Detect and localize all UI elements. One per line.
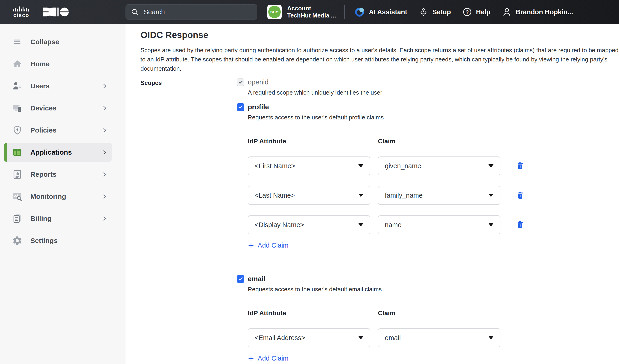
sidebar-item-settings[interactable]: Settings (0, 230, 126, 252)
topbar-divider (344, 5, 345, 19)
brand: cisco (13, 5, 126, 18)
add-claim-label: Add Claim (258, 242, 289, 249)
claim-select[interactable]: given_name (378, 156, 500, 175)
trash-icon (516, 221, 524, 229)
setup-button[interactable]: Setup (419, 7, 451, 17)
email-checkbox[interactable] (237, 275, 244, 283)
select-value: name (385, 221, 402, 229)
select-value: <Last Name> (255, 192, 295, 199)
chevron-right-icon (101, 149, 108, 155)
delete-claim-button[interactable] (516, 162, 524, 170)
claim-header: Claim (378, 138, 395, 145)
caret-down-icon (358, 194, 363, 197)
scopes-list: openid A required scope which uniquely i… (237, 78, 619, 362)
user-name-label: Brandon Hopkin... (516, 8, 573, 16)
page-description: Scopes are used by the relying party dur… (141, 46, 619, 73)
scope-openid: openid A required scope which uniquely i… (237, 78, 619, 96)
duo-badge-icon: DUO (268, 6, 281, 18)
scope-openid-label: openid (248, 78, 268, 86)
user-icon (502, 7, 512, 17)
chevron-right-icon (101, 193, 108, 200)
caret-down-icon (488, 223, 493, 226)
account-text: Account TechHut Media ... (287, 5, 336, 19)
help-button[interactable]: ? Help (462, 7, 491, 17)
sidebar-item-devices[interactable]: Devices (0, 97, 126, 119)
idp-attribute-select[interactable]: <Email Address> (248, 328, 370, 347)
sidebar-item-collapse[interactable]: Collapse (0, 31, 126, 53)
search-bar[interactable] (126, 4, 257, 20)
cisco-bars-icon (13, 5, 29, 12)
page-title: OIDC Response (141, 30, 619, 40)
caret-down-icon (358, 223, 363, 226)
users-icon (12, 81, 23, 91)
profile-claims-table: IdP Attribute Claim <First Name> given_n… (248, 138, 619, 249)
chevron-right-icon (101, 105, 108, 111)
caret-down-icon (358, 336, 363, 339)
user-menu-button[interactable]: Brandon Hopkin... (502, 7, 573, 17)
select-value: email (385, 334, 401, 342)
idp-attribute-select[interactable]: <First Name> (248, 156, 370, 175)
chevron-right-icon (101, 83, 108, 89)
scopes-label: Scopes (141, 78, 237, 362)
add-claim-button[interactable]: Add Claim (248, 355, 289, 362)
sidebar-item-label: Users (30, 82, 50, 90)
sidebar-item-label: Collapse (30, 38, 59, 46)
claim-row: <Display Name> name (248, 215, 619, 234)
trash-icon (516, 162, 524, 170)
claim-select[interactable]: name (378, 215, 500, 234)
caret-down-icon (488, 336, 493, 339)
sidebar-item-label: Reports (30, 171, 56, 178)
caret-down-icon (488, 194, 493, 197)
reports-icon (12, 169, 23, 180)
openid-checkbox (237, 79, 244, 86)
sidebar-item-label: Policies (30, 126, 56, 134)
monitoring-icon (12, 191, 23, 202)
profile-checkbox[interactable] (237, 103, 244, 111)
cisco-logo-icon: cisco (13, 5, 29, 18)
account-switcher[interactable]: DUO Account TechHut Media ... (267, 5, 336, 19)
ai-assistant-button[interactable]: AI Assistant (354, 7, 407, 17)
scope-email-label: email (248, 275, 266, 283)
caret-down-icon (488, 164, 493, 167)
sidebar: Collapse Home Users (0, 24, 126, 364)
claim-select[interactable]: family_name (378, 186, 500, 205)
help-label: Help (476, 8, 491, 16)
account-label: Account (287, 5, 336, 12)
claim-row: <First Name> given_name (248, 156, 619, 175)
applications-icon (12, 147, 23, 158)
caret-down-icon (358, 164, 363, 167)
chevron-right-icon (101, 216, 108, 222)
sidebar-item-policies[interactable]: Policies (0, 119, 126, 141)
delete-claim-button[interactable] (516, 221, 524, 229)
sidebar-item-label: Applications (30, 148, 72, 156)
sidebar-item-monitoring[interactable]: Monitoring (0, 186, 126, 208)
claim-row: <Last Name> family_name (248, 186, 619, 205)
select-value: <Display Name> (255, 221, 304, 229)
idp-attribute-select[interactable]: <Last Name> (248, 186, 370, 205)
scope-email-description: Requests access to the user's default em… (248, 286, 619, 293)
idp-attribute-select[interactable]: <Display Name> (248, 215, 370, 234)
sidebar-item-label: Monitoring (30, 193, 66, 200)
search-icon (131, 8, 139, 16)
chevron-right-icon (101, 171, 108, 177)
account-badge: DUO (267, 5, 282, 19)
sidebar-item-label: Home (30, 60, 50, 68)
sidebar-item-users[interactable]: Users (0, 75, 126, 97)
shield-icon (12, 125, 23, 135)
sidebar-item-home[interactable]: Home (0, 53, 126, 75)
sidebar-item-billing[interactable]: Billing (0, 208, 126, 230)
claim-select[interactable]: email (378, 328, 500, 347)
scope-profile: profile Requests access to the user's de… (237, 103, 619, 249)
ai-assistant-icon (354, 7, 365, 17)
delete-claim-button[interactable] (516, 191, 524, 200)
add-claim-button[interactable]: Add Claim (248, 242, 289, 249)
sidebar-item-reports[interactable]: Reports (0, 163, 126, 186)
search-input[interactable] (143, 8, 252, 16)
email-claims-table: IdP Attribute Claim <Email Address> emai… (248, 310, 619, 362)
scopes-section: Scopes openid A required scope which uni… (141, 78, 619, 362)
claim-row: <Email Address> email (248, 328, 619, 347)
ai-assistant-label: AI Assistant (369, 8, 407, 16)
topbar: cisco DUO Account TechHut Media ... (0, 0, 619, 24)
sidebar-item-applications[interactable]: Applications (0, 141, 126, 163)
scope-openid-description: A required scope which uniquely identifi… (248, 89, 619, 96)
